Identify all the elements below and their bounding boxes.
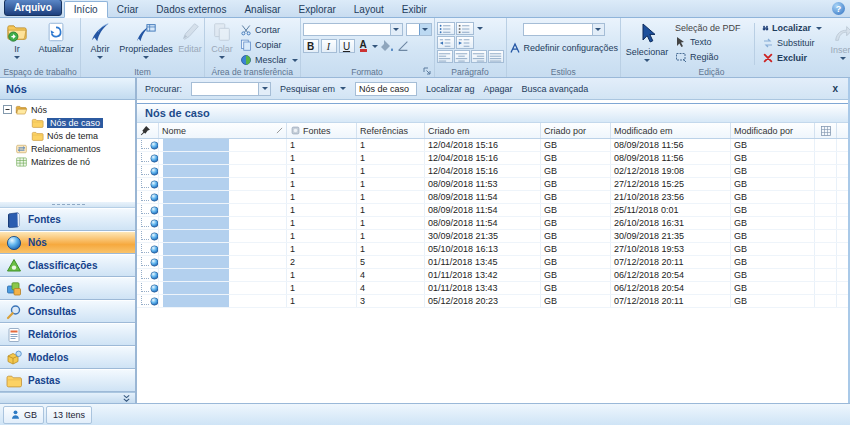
- pdf-region-button[interactable]: Região: [675, 50, 747, 64]
- table-row[interactable]: 1112/04/2018 15:16GB02/12/2018 19:08GB: [137, 165, 848, 178]
- help-icon[interactable]: ?: [832, 2, 845, 15]
- search-scope-input[interactable]: Nós de caso: [355, 82, 417, 96]
- table-row[interactable]: 1401/11/2018 13:43GB06/12/2018 20:54GB: [137, 282, 848, 295]
- tab-dados-externos[interactable]: Dados externos: [147, 2, 235, 17]
- column-header-modified-on[interactable]: Modificado em: [611, 123, 731, 138]
- table-row[interactable]: 1112/04/2018 15:16GB08/09/2018 11:56GB: [137, 139, 848, 152]
- table-row[interactable]: 1130/09/2018 21:35GB30/09/2018 21:35GB: [137, 230, 848, 243]
- styles-combobox[interactable]: [523, 23, 605, 36]
- paste-button[interactable]: Colar: [207, 20, 237, 67]
- reset-settings-button[interactable]: Redefinir configurações: [509, 41, 619, 55]
- tab-analisar[interactable]: Analisar: [235, 2, 289, 17]
- sidebar-item-pastas[interactable]: Pastas: [0, 369, 135, 392]
- select-button[interactable]: Selecionar: [623, 21, 671, 65]
- italic-button[interactable]: I: [321, 39, 337, 53]
- nav-overflow-button[interactable]: [0, 392, 135, 403]
- advanced-find-button[interactable]: Busca avançada: [522, 84, 589, 94]
- align-justify-button[interactable]: [488, 50, 504, 63]
- sources-icon: [6, 212, 22, 228]
- table-row[interactable]: 1112/04/2018 15:16GB08/09/2018 11:56GB: [137, 152, 848, 165]
- pdf-text-button[interactable]: Texto: [675, 35, 747, 49]
- tab-criar[interactable]: Criar: [108, 2, 148, 17]
- delete-button[interactable]: Excluir: [762, 51, 822, 65]
- cut-button[interactable]: Cortar: [240, 23, 298, 37]
- fill-color-icon[interactable]: [380, 39, 394, 53]
- tree-item-nos[interactable]: Nós: [0, 103, 135, 116]
- tree-item-matrizes-de-no[interactable]: Matrizes de nó: [0, 155, 135, 168]
- tree-item-nos-de-caso[interactable]: Nós de caso: [0, 116, 135, 129]
- font-size-combobox[interactable]: [406, 23, 432, 36]
- column-header-name[interactable]: Nome: [159, 123, 287, 138]
- tree-item-nos-de-tema[interactable]: Nós de tema: [0, 129, 135, 142]
- align-left-button[interactable]: [437, 50, 453, 63]
- replace-button[interactable]: Substituir: [762, 36, 822, 50]
- table-row[interactable]: 2501/11/2018 13:45GB07/12/2018 20:11GB: [137, 256, 848, 269]
- go-button[interactable]: Ir: [2, 20, 32, 59]
- angle-icon[interactable]: [396, 39, 410, 53]
- find-button[interactable]: Localizar: [762, 21, 822, 35]
- column-chooser-button[interactable]: [815, 123, 837, 138]
- sidebar-item-colecoes[interactable]: Coleções: [0, 277, 135, 300]
- table-row[interactable]: 1305/12/2018 20:23GB07/12/2018 20:11GB: [137, 295, 848, 308]
- refresh-button[interactable]: Atualizar: [34, 20, 78, 59]
- column-header-modified-by[interactable]: Modificado por: [731, 123, 815, 138]
- sidebar-item-nos[interactable]: Nós: [0, 231, 135, 254]
- clear-button[interactable]: Apagar: [484, 84, 513, 94]
- cell-spacer: [837, 139, 848, 151]
- file-menu-button[interactable]: Arquivo: [4, 0, 62, 16]
- column-header-sources[interactable]: Fontes: [287, 123, 357, 138]
- tab-inicio[interactable]: Início: [64, 1, 108, 18]
- sidebar-item-modelos[interactable]: Modelos: [0, 346, 135, 369]
- font-name-combobox[interactable]: [303, 23, 403, 36]
- cell-spacer: [837, 295, 848, 307]
- merge-button[interactable]: Mesclar: [240, 53, 298, 67]
- tab-layout[interactable]: Layout: [345, 2, 393, 17]
- cell-name: [159, 230, 287, 242]
- tree-connector: [141, 282, 149, 292]
- find-now-button[interactable]: Localizar ag: [426, 84, 475, 94]
- table-row[interactable]: 1108/09/2018 11:54GB25/11/2018 0:01GB: [137, 204, 848, 217]
- column-header-references[interactable]: Referências: [357, 123, 425, 138]
- sidebar-splitter[interactable]: [0, 201, 135, 208]
- cell-created-by: GB: [541, 282, 611, 294]
- edit-button[interactable]: Editar: [175, 20, 205, 59]
- table-row[interactable]: 1108/09/2018 11:54GB26/10/2018 16:31GB: [137, 217, 848, 230]
- bold-button[interactable]: B: [303, 39, 319, 53]
- tree-item-label: Nós: [31, 105, 47, 115]
- table-row[interactable]: 1401/11/2018 13:42GB06/12/2018 20:54GB: [137, 269, 848, 282]
- look-for-combobox[interactable]: [191, 82, 271, 96]
- cell-created-on: 30/09/2018 21:35: [425, 230, 541, 242]
- tab-explorar[interactable]: Explorar: [290, 2, 345, 17]
- numbered-list-button[interactable]: [456, 22, 474, 35]
- increase-indent-button[interactable]: [456, 36, 474, 49]
- table-row[interactable]: 1108/09/2018 11:53GB27/12/2018 15:25GB: [137, 178, 848, 191]
- open-button[interactable]: Abrir: [83, 20, 117, 59]
- pin-icon: [140, 125, 151, 136]
- sidebar-item-consultas[interactable]: Consultas: [0, 300, 135, 323]
- sidebar-item-relatorios[interactable]: Relatórios: [0, 323, 135, 346]
- table-row[interactable]: 1108/09/2018 11:54GB21/10/2018 23:56GB: [137, 191, 848, 204]
- tree-item-relacionamentos[interactable]: Relacionamentos: [0, 142, 135, 155]
- sidebar-item-classificacoes[interactable]: Classificações: [0, 254, 135, 277]
- underline-button[interactable]: U: [339, 39, 355, 53]
- folder-tree: NósNós de casoNós de temaRelacionamentos…: [0, 100, 135, 201]
- properties-button[interactable]: Propriedades: [118, 20, 174, 59]
- align-right-button[interactable]: [471, 50, 487, 63]
- tab-exibir[interactable]: Exibir: [393, 2, 436, 17]
- table-row[interactable]: 1105/10/2018 16:13GB27/10/2018 19:53GB: [137, 243, 848, 256]
- font-color-button[interactable]: A: [360, 39, 378, 53]
- column-header-created-by[interactable]: Criado por: [541, 123, 611, 138]
- relationships-icon: [15, 143, 28, 155]
- replace-label: Substituir: [777, 38, 815, 48]
- copy-button[interactable]: Copiar: [240, 38, 298, 52]
- bullet-list-button[interactable]: [437, 22, 455, 35]
- insert-button[interactable]: Inserir: [826, 21, 850, 65]
- expander-minus-icon[interactable]: [3, 105, 12, 114]
- header-pin-cell[interactable]: [137, 123, 159, 138]
- column-header-created-on[interactable]: Criado em: [425, 123, 541, 138]
- search-in-button[interactable]: Pesquisar em: [280, 82, 346, 96]
- sidebar-item-fontes[interactable]: Fontes: [0, 208, 135, 231]
- close-find-bar-button[interactable]: x: [832, 83, 840, 94]
- decrease-indent-button[interactable]: [437, 36, 455, 49]
- align-center-button[interactable]: [454, 50, 470, 63]
